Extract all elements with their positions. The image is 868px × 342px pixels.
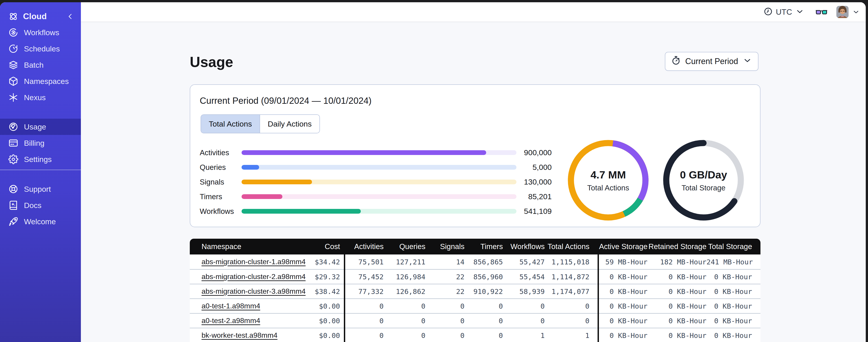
- donut-label: Total Actions: [587, 184, 629, 192]
- table-cell: 0: [426, 317, 465, 325]
- main-content: Usage Current Period Current Period (09/…: [81, 23, 866, 342]
- bar-value: 85,201: [517, 192, 552, 201]
- table-cell: 22: [426, 287, 465, 296]
- sidebar-item-namespaces[interactable]: Namespaces: [0, 73, 81, 89]
- column-header: Timers: [465, 242, 503, 251]
- table-row: abs-migration-cluster-1.a98mm4$34.4275,5…: [190, 254, 761, 269]
- sidebar-item-nexus[interactable]: Nexus: [0, 89, 81, 106]
- table-cell: $34.42: [285, 258, 340, 266]
- namespace-cell: abs-migration-cluster-2.a98mm4: [190, 273, 285, 281]
- period-selector-button[interactable]: Current Period: [665, 52, 758, 71]
- table-cell: $0.00: [285, 302, 340, 310]
- bar-track: [242, 150, 517, 155]
- timezone-selector[interactable]: UTC: [764, 7, 804, 17]
- nexus-icon: [8, 93, 19, 102]
- billing-icon: [8, 138, 19, 148]
- bar-row-queries: Queries5,000: [200, 160, 552, 175]
- sidebar-item-settings[interactable]: Settings: [0, 151, 81, 167]
- namespace-link[interactable]: bk-worker-test.a98mm4: [202, 331, 277, 339]
- tab-total-actions[interactable]: Total Actions: [201, 115, 259, 133]
- table-cell: 0 KB-Hour: [707, 287, 752, 296]
- sidebar-item-workflows[interactable]: Workflows: [0, 24, 81, 41]
- sidebar-item-welcome[interactable]: Welcome: [0, 213, 81, 230]
- tab-daily-actions[interactable]: Daily Actions: [259, 115, 319, 133]
- namespace-cell: abs-migration-cluster-3.a98mm4: [190, 287, 285, 296]
- bar-value: 900,000: [517, 148, 552, 157]
- namespace-link[interactable]: a0-test-2.a98mm4: [202, 316, 260, 324]
- namespace-cell: abs-migration-cluster-1.a98mm4: [190, 258, 285, 266]
- bar-value: 541,109: [517, 207, 552, 216]
- temporal-logo-icon: [8, 11, 19, 22]
- table-cell: 0: [465, 332, 503, 340]
- column-header: Retained Storage: [648, 242, 707, 251]
- table-row: a0-test-2.a98mm4$0.000000000 KB-Hour0 KB…: [190, 313, 761, 328]
- table-cell: 127,211: [383, 258, 426, 266]
- table-cell: 0 KB-Hour: [648, 287, 707, 296]
- table-cell: 856,960: [465, 273, 503, 281]
- card-title: Current Period (09/01/2024 — 10/01/2024): [200, 96, 372, 106]
- table-cell: 0 KB-Hour: [599, 302, 648, 310]
- sidebar-item-label: Namespaces: [24, 77, 69, 86]
- support-icon: [8, 184, 19, 194]
- donut-label: Total Storage: [682, 184, 725, 192]
- sidebar-item-schedules[interactable]: Schedules: [0, 41, 81, 57]
- bar-fill: [242, 165, 259, 170]
- table-cell: 0 KB-Hour: [707, 302, 752, 310]
- bar-row-workflows: Workflows541,109: [200, 204, 552, 218]
- table-cell: 0 KB-Hour: [648, 332, 707, 340]
- table-cell: 0: [503, 302, 545, 310]
- table-cell: 126,862: [383, 287, 426, 296]
- column-header: Signals: [426, 242, 465, 251]
- table-cell: 0 KB-Hour: [648, 317, 707, 325]
- app-window: UTC: [0, 2, 866, 342]
- sidebar-item-docs[interactable]: Docs: [0, 197, 81, 213]
- table-cell: 0: [465, 317, 503, 325]
- bar-fill: [242, 150, 486, 155]
- sidebar: Cloud WorkflowsSchedulesBatchNamespacesN…: [0, 2, 81, 342]
- table-cell: 0 KB-Hour: [599, 273, 648, 281]
- table-cell: 1: [545, 332, 589, 340]
- account-menu-chevron-down-icon[interactable]: [852, 8, 860, 16]
- table-cell: 22: [426, 273, 465, 281]
- table-cell: $0.00: [285, 332, 340, 340]
- sidebar-divider: [0, 170, 81, 170]
- table-cell: 75,501: [345, 258, 383, 266]
- namespace-cell: a0-test-2.a98mm4: [190, 316, 285, 325]
- sidebar-item-billing[interactable]: Billing: [0, 135, 81, 151]
- bar-label: Workflows: [200, 207, 242, 216]
- namespace-link[interactable]: a0-test-1.a98mm4: [202, 302, 260, 310]
- brand-row: Cloud: [0, 2, 81, 23]
- sidebar-item-label: Welcome: [24, 217, 56, 226]
- sidebar-item-label: Usage: [24, 123, 46, 131]
- table-row: a0-test-1.a98mm4$0.000000000 KB-Hour0 KB…: [190, 299, 761, 313]
- usage-icon: [8, 122, 19, 132]
- settings-icon: [8, 154, 19, 164]
- table-cell: 0 KB-Hour: [599, 317, 648, 325]
- table-cell: 0 KB-Hour: [648, 302, 707, 310]
- sidebar-item-label: Workflows: [24, 28, 59, 37]
- table-row: abs-migration-cluster-3.a98mm4$38.4277,3…: [190, 284, 761, 299]
- sidebar-item-usage[interactable]: Usage: [0, 119, 81, 135]
- timezone-label: UTC: [776, 7, 792, 16]
- bar-label: Timers: [200, 193, 242, 201]
- sidebar-item-label: Batch: [24, 61, 43, 69]
- total-actions-donut: 4.7 MMTotal Actions: [563, 135, 653, 226]
- sidebar-item-support[interactable]: Support: [0, 181, 81, 197]
- avatar[interactable]: [836, 6, 848, 18]
- sidebar-item-batch[interactable]: Batch: [0, 57, 81, 73]
- table-cell: 0: [426, 302, 465, 310]
- sidebar-item-label: Settings: [24, 155, 52, 164]
- table-cell: 0 KB-Hour: [599, 332, 648, 340]
- sidebar-collapse-button[interactable]: [66, 13, 74, 20]
- table-cell: 856,865: [465, 258, 503, 266]
- current-period-card: Current Period (09/01/2024 — 10/01/2024)…: [190, 84, 761, 227]
- bar-fill: [242, 179, 312, 184]
- chevron-down-icon: [795, 7, 804, 17]
- column-header-namespace: Namespace: [190, 242, 285, 251]
- schedules-icon: [8, 44, 19, 54]
- bar-label: Signals: [200, 178, 242, 186]
- table-cell: 1: [503, 332, 545, 340]
- column-header: Active Storage: [599, 242, 648, 251]
- glasses-icon[interactable]: [815, 6, 827, 18]
- topbar: UTC: [81, 2, 866, 22]
